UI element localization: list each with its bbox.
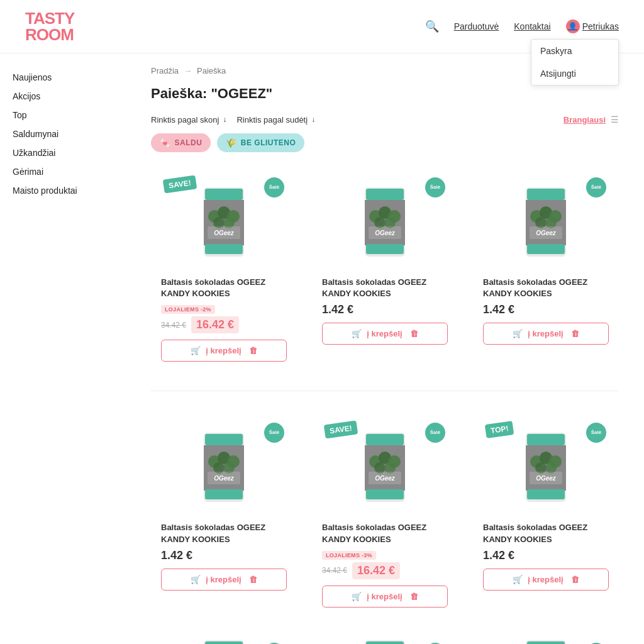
price-normal: 1.42 € <box>161 549 192 562</box>
trash-icon: 🗑 <box>249 575 257 584</box>
svg-rect-12 <box>366 189 404 200</box>
svg-text:OGeez: OGeez <box>214 230 234 236</box>
add-to-cart-label: į krepšelį <box>206 346 241 355</box>
add-to-cart-label: į krepšelį <box>367 329 402 338</box>
add-to-cart-button[interactable]: 🛒 į krepšelį 🗑 <box>322 323 448 345</box>
price-new: 16.42 € <box>191 316 239 333</box>
product-grid-row2: Šalė OGeez Baltasis šokoladas OGEEZ KAND… <box>151 410 619 617</box>
header-nav: 🔍 Parduotuvė Kontaktai 👤 Petriukas <box>425 19 619 33</box>
svg-rect-75 <box>366 641 404 644</box>
gluten-icon: 🌾 <box>226 138 237 148</box>
svg-rect-10 <box>205 244 243 254</box>
sidebar-item-akcijos[interactable]: Akcijos <box>13 91 113 101</box>
sort-ingredients-label: Rinktis pagal sudėtį <box>236 115 308 125</box>
cart-icon: 🛒 <box>513 575 523 584</box>
trash-icon: 🗑 <box>410 329 418 338</box>
sidebar-item-top[interactable]: Top <box>13 110 113 120</box>
add-to-cart-button[interactable]: 🛒 į krepšelį 🗑 <box>161 569 287 591</box>
price-old: 34.42 € <box>161 321 186 330</box>
user-button[interactable]: 👤 Petriukas <box>566 19 619 33</box>
add-to-cart-button[interactable]: 🛒 į krepšelį 🗑 <box>483 569 609 591</box>
user-dropdown: Paskyra Atsijungti <box>531 39 619 86</box>
sort-taste-arrow: ↓ <box>223 115 226 124</box>
product-name: Baltasis šokoladas OGEEZ KANDY KOOKIES <box>483 277 609 299</box>
product-image-wrap: Šalė OGeez <box>161 420 287 514</box>
badge-sale: Šalė <box>586 177 606 197</box>
price-old: 34.42 € <box>322 566 347 575</box>
product-image-wrap: Šalė OGeez <box>483 640 609 644</box>
product-grid-row1: SAVE! Šalė OGeez Baltasis šokoladas OGE <box>151 165 619 372</box>
cart-icon: 🛒 <box>191 575 201 584</box>
sidebar-item-naujienos[interactable]: Naujienos <box>13 72 113 82</box>
sort-taste-label: Rinktis pagal skonj <box>151 115 219 125</box>
product-card: SAVE! Šalė OGeez Baltasis šokoladas OGE <box>151 165 297 372</box>
svg-rect-32 <box>527 244 565 254</box>
add-to-cart-button[interactable]: 🛒 į krepšelį 🗑 <box>322 586 448 608</box>
product-card-partial: Šalė OGeez <box>312 630 458 644</box>
loyalty-badge: LOJALIEMS -2% <box>161 305 215 314</box>
dropdown-paskyra[interactable]: Paskyra <box>531 40 618 62</box>
sidebar-item-uzkandžiai[interactable]: Užkandžiai <box>13 148 113 158</box>
add-to-cart-label: į krepšelį <box>206 575 241 584</box>
user-label: Petriukas <box>582 21 619 31</box>
main-layout: Naujienos Akcijos Top Saldumynai Užkandž… <box>0 53 644 644</box>
svg-text:OGeez: OGeez <box>536 475 556 482</box>
add-to-cart-button[interactable]: 🛒 į krepšelį 🗑 <box>483 323 609 345</box>
trash-icon: 🗑 <box>410 592 418 601</box>
price-row: 34.42 € 16.42 € <box>322 562 448 579</box>
svg-text:OGeez: OGeez <box>375 230 395 236</box>
breadcrumb-current: Paieška <box>197 66 226 75</box>
badge-sale: Šalė <box>586 423 606 443</box>
svg-text:OGeez: OGeez <box>375 475 395 482</box>
tag-gliuteno-button[interactable]: 🌾 BE GLIUTENO <box>217 133 304 152</box>
svg-text:OGeez: OGeez <box>536 230 556 236</box>
logo[interactable]: TASTY ROOM <box>25 10 74 43</box>
breadcrumb-home[interactable]: Pradžia <box>151 66 179 75</box>
tag-saldu-button[interactable]: 🍬 SALDU <box>151 133 211 152</box>
cart-icon: 🛒 <box>513 329 523 338</box>
product-image-wrap: Šalė OGeez <box>161 640 287 644</box>
add-to-cart-label: į krepšelį <box>528 575 563 584</box>
product-image-wrap: Šalė OGeez <box>322 640 448 644</box>
trash-icon: 🗑 <box>249 346 257 355</box>
sort-filter-icon[interactable]: ☰ <box>611 114 619 125</box>
product-card: Šalė OGeez Baltasis šokoladas OGEEZ KAND… <box>473 165 619 372</box>
product-card: TOP! Šalė OGeez Baltasis šokoladas OGEE <box>473 410 619 617</box>
product-grid-row3: Šalė OGeez Šalė <box>151 630 619 644</box>
svg-rect-83 <box>527 641 565 644</box>
product-card-partial: Šalė OGeez <box>473 630 619 644</box>
svg-rect-65 <box>527 489 565 499</box>
svg-rect-43 <box>205 489 243 499</box>
logo-line1: TASTY <box>25 10 74 26</box>
nav-kontaktai[interactable]: Kontaktai <box>514 21 550 31</box>
product-name: Baltasis šokoladas OGEEZ KANDY KOOKIES <box>322 277 448 299</box>
add-to-cart-button[interactable]: 🛒 į krepšelį 🗑 <box>161 340 287 362</box>
dropdown-atsijungti[interactable]: Atsijungti <box>531 62 618 85</box>
price-new: 16.42 € <box>352 562 400 579</box>
loyalty-badge: LOJALIEMS -3% <box>322 551 376 560</box>
nav-parduotuve[interactable]: Parduotuvė <box>454 21 499 31</box>
product-card: SAVE! Šalė OGeez Baltasis šokoladas OGE <box>312 410 458 617</box>
search-button[interactable]: 🔍 <box>425 19 439 33</box>
svg-rect-56 <box>527 434 565 445</box>
price-row: 1.42 € <box>322 303 448 316</box>
svg-rect-45 <box>366 434 404 445</box>
sidebar-item-maisto[interactable]: Maisto produktai <box>13 186 113 196</box>
sort-by-taste[interactable]: Rinktis pagal skonj ↓ <box>151 115 226 125</box>
sort-active-label[interactable]: Brangiausi <box>564 115 606 125</box>
divider <box>151 391 619 391</box>
price-normal: 1.42 € <box>322 303 353 316</box>
add-to-cart-label: į krepšelį <box>528 329 563 338</box>
sidebar-item-saldumynai[interactable]: Saldumynai <box>13 129 113 139</box>
badge-sale: Šalė <box>425 177 445 197</box>
sidebar-item-gerimai[interactable]: Gėrimai <box>13 167 113 177</box>
sort-by-ingredients[interactable]: Rinktis pagal sudėtį ↓ <box>236 115 315 125</box>
svg-rect-54 <box>366 489 404 499</box>
price-normal: 1.42 € <box>483 303 514 316</box>
header: TASTY ROOM 🔍 Parduotuvė Kontaktai 👤 Petr… <box>0 0 644 53</box>
sort-ingredients-arrow: ↓ <box>311 115 315 124</box>
svg-rect-67 <box>205 641 243 644</box>
product-name: Baltasis šokoladas OGEEZ KANDY KOOKIES <box>161 522 287 545</box>
filter-bar: Rinktis pagal skonj ↓ Rinktis pagal sudė… <box>151 114 619 125</box>
product-name: Baltasis šokoladas OGEEZ KANDY KOOKIES <box>483 522 609 545</box>
